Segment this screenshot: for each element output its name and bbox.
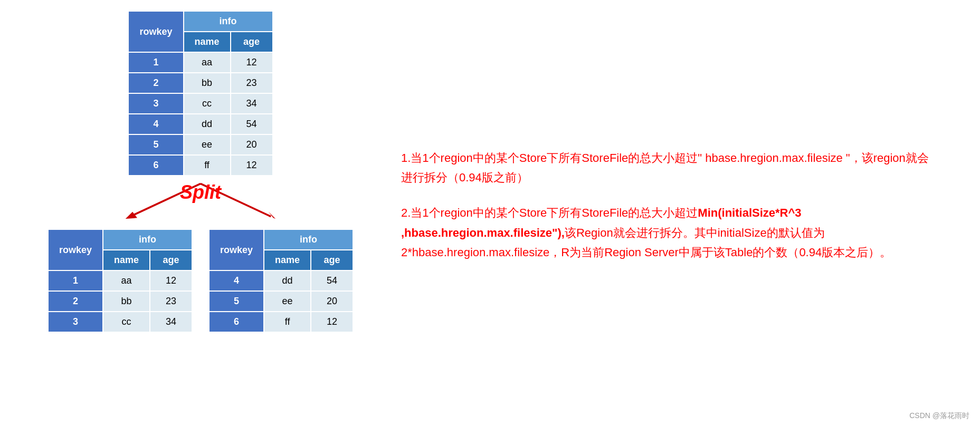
main-table: rowkey info name age 1 aa 12 2 bb 23 3 c… <box>128 11 273 176</box>
left-rowkey-header: rowkey <box>48 229 103 270</box>
main-col2-header: age <box>231 32 273 52</box>
table-row: 1 aa 12 <box>48 270 192 291</box>
split-area: Split <box>37 181 364 224</box>
description-1-block: 1.当1个region中的某个Store下所有StoreFile的总大小超过" … <box>401 148 938 188</box>
table-row: 4 dd 54 <box>209 270 353 291</box>
cell-age: 23 <box>231 73 273 93</box>
cell-rowkey: 5 <box>209 291 264 312</box>
description-2-block: 2.当1个region中的某个Store下所有StoreFile的总大小超过Mi… <box>401 203 938 262</box>
right-child-table: rowkey info name age 4 dd 54 5 ee 20 6 f… <box>208 229 354 333</box>
left-child-table: rowkey info name age 1 aa 12 2 bb 23 3 c… <box>47 229 193 333</box>
cell-age: 54 <box>231 114 273 134</box>
cell-age: 23 <box>150 291 192 312</box>
table-row: 5 ee 20 <box>209 291 353 312</box>
cell-rowkey: 4 <box>128 114 183 134</box>
cell-age: 12 <box>311 312 353 332</box>
cell-name: ff <box>184 155 231 176</box>
split-label: Split <box>180 181 221 203</box>
cell-name: dd <box>184 114 231 134</box>
right-rowkey-header: rowkey <box>209 229 264 270</box>
svg-marker-1 <box>126 212 137 219</box>
right-col2-header: age <box>311 250 353 270</box>
cell-rowkey: 4 <box>209 270 264 291</box>
cell-age: 34 <box>231 93 273 114</box>
cell-rowkey: 1 <box>48 270 103 291</box>
cell-name: cc <box>103 312 150 332</box>
cell-rowkey: 6 <box>209 312 264 332</box>
cell-name: dd <box>264 270 311 291</box>
cell-name: bb <box>184 73 231 93</box>
table-row: 4 dd 54 <box>128 114 272 134</box>
cell-rowkey: 3 <box>128 93 183 114</box>
left-cf-header: info <box>103 229 192 250</box>
cell-rowkey: 6 <box>128 155 183 176</box>
table-row: 3 cc 34 <box>48 312 192 332</box>
cell-name: aa <box>103 270 150 291</box>
cell-rowkey: 2 <box>128 73 183 93</box>
right-col1-header: name <box>264 250 311 270</box>
cell-age: 20 <box>311 291 353 312</box>
table-row: 5 ee 20 <box>128 134 272 155</box>
bottom-tables: rowkey info name age 1 aa 12 2 bb 23 3 c… <box>47 229 354 333</box>
table-row: 6 ff 12 <box>209 312 353 332</box>
cell-rowkey: 1 <box>128 52 183 73</box>
main-container: rowkey info name age 1 aa 12 2 bb 23 3 c… <box>0 0 980 426</box>
cell-rowkey: 5 <box>128 134 183 155</box>
cell-age: 12 <box>231 155 273 176</box>
cell-age: 12 <box>150 270 192 291</box>
cell-age: 20 <box>231 134 273 155</box>
cell-name: aa <box>184 52 231 73</box>
left-section: rowkey info name age 1 aa 12 2 bb 23 3 c… <box>21 11 380 415</box>
cell-name: cc <box>184 93 231 114</box>
table-row: 3 cc 34 <box>128 93 272 114</box>
cell-name: ff <box>264 312 311 332</box>
cell-age: 34 <box>150 312 192 332</box>
cell-age: 12 <box>231 52 273 73</box>
right-cf-header: info <box>264 229 353 250</box>
main-rowkey-header: rowkey <box>128 11 183 52</box>
table-row: 1 aa 12 <box>128 52 272 73</box>
description-1-text: 1.当1个region中的某个Store下所有StoreFile的总大小超过" … <box>401 148 938 188</box>
cell-name: bb <box>103 291 150 312</box>
desc2-part1: 2.当1个region中的某个Store下所有StoreFile的总大小超过 <box>401 206 698 219</box>
cell-rowkey: 3 <box>48 312 103 332</box>
description-2-text: 2.当1个region中的某个Store下所有StoreFile的总大小超过Mi… <box>401 203 938 262</box>
cell-rowkey: 2 <box>48 291 103 312</box>
table-row: 2 bb 23 <box>128 73 272 93</box>
main-col1-header: name <box>184 32 231 52</box>
table-row: 2 bb 23 <box>48 291 192 312</box>
cell-name: ee <box>264 291 311 312</box>
left-col2-header: age <box>150 250 192 270</box>
right-section: 1.当1个region中的某个Store下所有StoreFile的总大小超过" … <box>380 11 959 415</box>
main-cf-header: info <box>184 11 273 32</box>
watermark: CSDN @落花雨时 <box>909 411 969 421</box>
cell-age: 54 <box>311 270 353 291</box>
cell-name: ee <box>184 134 231 155</box>
left-col1-header: name <box>103 250 150 270</box>
table-row: 6 ff 12 <box>128 155 272 176</box>
